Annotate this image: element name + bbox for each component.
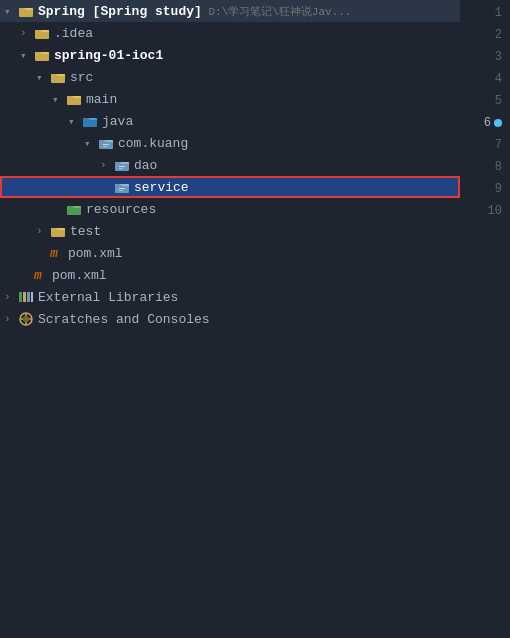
tree-label-java: java (102, 114, 133, 129)
tree-label-spring-01-ioc1: spring-01-ioc1 (54, 48, 163, 63)
tree-label-dao: dao (134, 158, 157, 173)
svg-rect-6 (19, 292, 22, 302)
icon-spring-root (18, 3, 34, 19)
tree-arrow-com-kuang: ▾ (84, 137, 98, 150)
tree-label-spring-root: Spring [Spring study] D:\学习笔记\狂神说Jav... (38, 4, 351, 19)
line-number-2: 2 (495, 24, 502, 46)
tree-item-service[interactable]: service (0, 176, 460, 198)
svg-rect-2 (119, 166, 125, 167)
icon-pom-xml-2: m (34, 267, 48, 283)
tree-arrow-java: ▾ (68, 115, 82, 128)
tree-item-spring-01-ioc1[interactable]: ▾ spring-01-ioc1 (0, 44, 460, 66)
tree-label-resources: resources (86, 202, 156, 217)
svg-rect-7 (23, 292, 26, 302)
tree-label-pom-xml-2: pom.xml (52, 268, 107, 283)
icon-pom-xml-1: m (50, 245, 64, 261)
line-number-3: 3 (495, 46, 502, 68)
icon-main (66, 91, 82, 107)
tree-arrow-main: ▾ (52, 93, 66, 106)
file-tree-panel: ▾ Spring [Spring study] D:\学习笔记\狂神说Jav..… (0, 0, 460, 638)
tree-arrow-spring-01-ioc1: ▾ (20, 49, 34, 62)
icon-idea (34, 25, 50, 41)
tree-arrow-idea: › (20, 27, 34, 39)
tree-label-pom-xml-1: pom.xml (68, 246, 123, 261)
tree-item-main[interactable]: ▾ main (0, 88, 460, 110)
tree-label-scratches: Scratches and Consoles (38, 312, 210, 327)
tree-item-idea[interactable]: › .idea (0, 22, 460, 44)
tree-arrow-src: ▾ (36, 71, 50, 84)
tree-item-pom-xml-2[interactable]: mpom.xml (0, 264, 460, 286)
svg-rect-0 (103, 144, 109, 145)
tree-item-external-libs[interactable]: › External Libraries (0, 286, 460, 308)
tree-item-com-kuang[interactable]: ▾ com.kuang (0, 132, 460, 154)
tree-label-main: main (86, 92, 117, 107)
tree-arrow-scratches: › (4, 313, 18, 325)
tree-label-external-libs: External Libraries (38, 290, 178, 305)
line-number-9: 9 (495, 178, 502, 200)
tree-item-resources[interactable]: resources (0, 198, 460, 220)
tree-label-idea: .idea (54, 26, 93, 41)
icon-service (114, 179, 130, 195)
line-numbers-panel: 12345678910 (460, 0, 510, 638)
tree-label-src: src (70, 70, 93, 85)
tree-item-dao[interactable]: › dao (0, 154, 460, 176)
icon-java (82, 113, 98, 129)
line-number-4: 4 (495, 68, 502, 90)
line-number-5: 5 (495, 90, 502, 112)
tree-item-test[interactable]: › test (0, 220, 460, 242)
tree-label-com-kuang: com.kuang (118, 136, 188, 151)
icon-scratches (18, 311, 34, 327)
tree-item-spring-root[interactable]: ▾ Spring [Spring study] D:\学习笔记\狂神说Jav..… (0, 0, 460, 22)
icon-resources (66, 201, 82, 217)
svg-rect-1 (103, 146, 107, 147)
tree-item-java[interactable]: ▾ java (0, 110, 460, 132)
icon-spring-01-ioc1 (34, 47, 50, 63)
tree-item-src[interactable]: ▾ src (0, 66, 460, 88)
tree-label-test: test (70, 224, 101, 239)
line-number-10: 10 (488, 200, 502, 222)
tree-arrow-spring-root: ▾ (4, 5, 18, 18)
tree-arrow-service (100, 181, 114, 193)
icon-test (50, 223, 66, 239)
icon-dao (114, 157, 130, 173)
tree-arrow-pom-xml-1 (36, 247, 50, 259)
line-number-1: 1 (495, 2, 502, 24)
svg-rect-8 (27, 292, 30, 302)
line-number-8: 8 (495, 156, 502, 178)
icon-src (50, 69, 66, 85)
tree-arrow-pom-xml-2 (20, 269, 34, 281)
line-number-7: 7 (495, 134, 502, 156)
tree-arrow-dao: › (100, 159, 114, 171)
icon-com-kuang (98, 135, 114, 151)
line-number-6: 6 (484, 112, 502, 134)
icon-external-libs (18, 289, 34, 305)
svg-rect-3 (119, 168, 123, 169)
tree-item-pom-xml-1[interactable]: mpom.xml (0, 242, 460, 264)
svg-point-11 (23, 316, 29, 322)
tree-label-service: service (134, 180, 189, 195)
svg-rect-5 (119, 190, 123, 191)
svg-rect-9 (31, 292, 33, 302)
tree-arrow-resources (52, 203, 66, 215)
tree-item-scratches[interactable]: › Scratches and Consoles (0, 308, 460, 330)
svg-rect-4 (119, 188, 125, 189)
tree-arrow-external-libs: › (4, 291, 18, 303)
tree-arrow-test: › (36, 225, 50, 237)
